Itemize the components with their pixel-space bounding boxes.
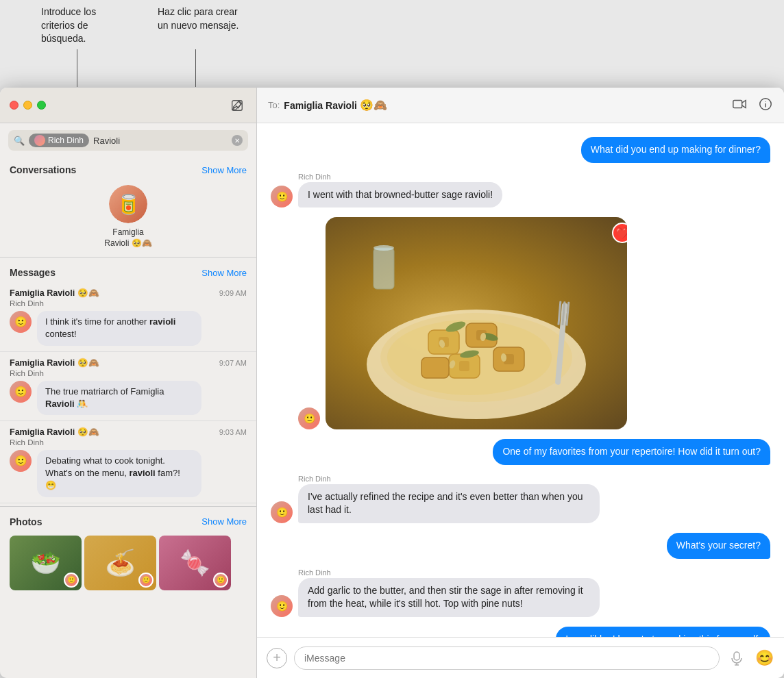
- tooltip-right: Haz clic para crearun nuevo mensaje.: [158, 5, 238, 32]
- main-window: 🔍 Rich Dinh Ravioli ✕ Conversations Show…: [0, 88, 784, 678]
- message-incoming-2: 🙂 I've actually refined the recipe and i…: [271, 484, 770, 523]
- chat-area: To: Famiglia Ravioli 🥺🙈: [257, 88, 784, 678]
- bubble-avatar-2: 🙂: [271, 501, 293, 523]
- chat-header-actions: [732, 97, 773, 114]
- ravioli-can-icon: 🥫: [109, 185, 147, 223]
- photos-grid: 🥗 🙂 🍝 🙂 🍬 🙂: [0, 531, 256, 594]
- sidebar-titlebar: [0, 88, 256, 123]
- message-item[interactable]: Famiglia Ravioli 🥺🙈 9:09 AM Rich Dinh 🙂 …: [0, 282, 256, 351]
- sender-label-1: Rich Dinh: [271, 173, 770, 181]
- msg-avatar-1: 🙂: [10, 311, 32, 333]
- conv-avatar: 🥫: [109, 185, 147, 223]
- bubble-incoming-3: Add garlic to the butter, and then stir …: [298, 578, 600, 617]
- sender-label-2: Rich Dinh: [271, 475, 770, 483]
- divider-2: [0, 506, 256, 507]
- chat-input-area: + 😊: [257, 637, 784, 678]
- compose-button[interactable]: [228, 96, 247, 115]
- messages-show-more[interactable]: Show More: [201, 268, 247, 278]
- search-clear-button[interactable]: ✕: [232, 135, 243, 146]
- video-call-button[interactable]: [732, 97, 747, 114]
- photo-avatar: 🙂: [298, 407, 320, 429]
- conversations-show-more[interactable]: Show More: [201, 165, 247, 175]
- bubble-outgoing-4: Incredible. I have to try making this fo…: [556, 627, 770, 637]
- svg-point-23: [387, 320, 552, 395]
- msg-avatar-2: 🙂: [10, 381, 32, 403]
- imessage-input[interactable]: [294, 646, 720, 670]
- msg-bubble-row-1: 🙂 I think it's time for another ravioli …: [10, 311, 247, 345]
- search-bar[interactable]: 🔍 Rich Dinh Ravioli ✕: [8, 130, 248, 151]
- minimize-button[interactable]: [23, 101, 32, 110]
- message-outgoing-1: What did you end up making for dinner?: [271, 137, 770, 163]
- msg-sub-1: Rich Dinh: [10, 299, 247, 307]
- incoming-group-3: Rich Dinh 🙂 Add garlic to the butter, an…: [271, 568, 770, 617]
- tooltip-area: Introduce loscriterios debúsqueda. Haz c…: [0, 0, 260, 89]
- search-query[interactable]: Ravioli: [93, 136, 228, 146]
- photo-sender-badge-2: 🙂: [138, 573, 154, 588]
- photos-label: Photos: [10, 516, 42, 527]
- msg-bubble-row-2: 🙂 The true matriarch of Famiglia Ravioli…: [10, 381, 247, 415]
- incoming-photo-group: 🙂: [271, 217, 770, 429]
- fullscreen-button[interactable]: [37, 101, 46, 110]
- bubble-incoming-1: I went with that browned-butter sage rav…: [298, 182, 502, 208]
- to-label: To:: [268, 100, 280, 110]
- message-outgoing-4: Incredible. I have to try making this fo…: [271, 627, 770, 637]
- info-button[interactable]: [758, 97, 773, 114]
- msg-header: Famiglia Ravioli 🥺🙈 9:03 AM: [10, 427, 247, 437]
- msg-bubble-1: I think it's time for another ravioli co…: [37, 311, 201, 345]
- photos-section-header: Photos Show More: [0, 510, 256, 531]
- msg-group-2: Famiglia Ravioli 🥺🙈: [10, 357, 99, 368]
- photo-thumb-3[interactable]: 🍬 🙂: [159, 536, 231, 590]
- chat-header: To: Famiglia Ravioli 🥺🙈: [257, 88, 784, 123]
- conversations-section-header: Conversations Show More: [0, 158, 256, 179]
- bubble-outgoing-2: One of my favorites from your repertoire…: [493, 439, 770, 465]
- close-button[interactable]: [10, 101, 19, 110]
- photos-show-more[interactable]: Show More: [201, 516, 247, 527]
- chat-photo-wrapper: 🙂: [298, 217, 770, 429]
- photo-sender-badge-3: 🙂: [213, 573, 228, 588]
- msg-group-1: Famiglia Ravioli 🥺🙈: [10, 288, 99, 298]
- emoji-button[interactable]: 😊: [754, 648, 774, 668]
- chat-name: Famiglia Ravioli: [284, 100, 357, 111]
- svg-rect-29: [373, 248, 394, 289]
- svg-rect-1: [733, 100, 742, 108]
- msg-time-3: 9:03 AM: [219, 428, 247, 436]
- tag-avatar: [34, 135, 45, 146]
- message-outgoing-3: What's your secret?: [271, 533, 770, 559]
- msg-time-1: 9:09 AM: [219, 289, 247, 297]
- photo-sender-badge-1: 🙂: [64, 573, 79, 588]
- bubble-outgoing-1: What did you end up making for dinner?: [581, 137, 770, 163]
- conversation-item[interactable]: 🥫 FamigliaRavioli 🥺🙈: [0, 179, 256, 254]
- bubble-avatar-3: 🙂: [271, 595, 293, 617]
- divider-1: [0, 257, 256, 258]
- sender-label-3: Rich Dinh: [271, 568, 770, 577]
- chat-emoji: 🥺🙈: [357, 99, 387, 112]
- chat-photo[interactable]: ❤️: [326, 217, 627, 429]
- add-button[interactable]: +: [267, 648, 287, 668]
- tag-name: Rich Dinh: [48, 136, 84, 145]
- message-item[interactable]: Famiglia Ravioli 🥺🙈 9:07 AM Rich Dinh 🙂 …: [0, 352, 256, 421]
- msg-sub-3: Rich Dinh: [10, 438, 247, 447]
- conv-name: FamigliaRavioli 🥺🙈: [104, 227, 151, 249]
- message-item[interactable]: Famiglia Ravioli 🥺🙈 9:03 AM Rich Dinh 🙂 …: [0, 421, 256, 503]
- msg-time-2: 9:07 AM: [219, 359, 247, 367]
- traffic-lights: [10, 101, 46, 110]
- message-outgoing-2: One of my favorites from your repertoire…: [271, 439, 770, 465]
- svg-point-30: [373, 245, 394, 251]
- tooltip-left: Introduce loscriterios debúsqueda.: [41, 5, 96, 46]
- incoming-group-1: Rich Dinh 🙂 I went with that browned-but…: [271, 173, 770, 208]
- message-incoming-1: 🙂 I went with that browned-butter sage r…: [271, 182, 770, 208]
- msg-group-3: Famiglia Ravioli 🥺🙈: [10, 427, 99, 437]
- audio-button[interactable]: [726, 648, 747, 668]
- msg-bubble-row-3: 🙂 Debating what to cook tonight. What's …: [10, 450, 247, 497]
- bubble-outgoing-3: What's your secret?: [667, 533, 770, 559]
- incoming-group-2: Rich Dinh 🙂 I've actually refined the re…: [271, 475, 770, 523]
- msg-sub-2: Rich Dinh: [10, 369, 247, 377]
- photo-thumb-1[interactable]: 🥗 🙂: [10, 536, 82, 590]
- search-icon: 🔍: [14, 136, 25, 146]
- bubble-avatar-1: 🙂: [271, 186, 293, 208]
- tooltip-line-left: [77, 49, 77, 87]
- chat-messages: What did you end up making for dinner? R…: [257, 123, 784, 637]
- photo-thumb-2[interactable]: 🍝 🙂: [84, 536, 156, 590]
- msg-bubble-2: The true matriarch of Famiglia Ravioli 🤼: [37, 381, 201, 415]
- search-tag: Rich Dinh: [29, 134, 89, 147]
